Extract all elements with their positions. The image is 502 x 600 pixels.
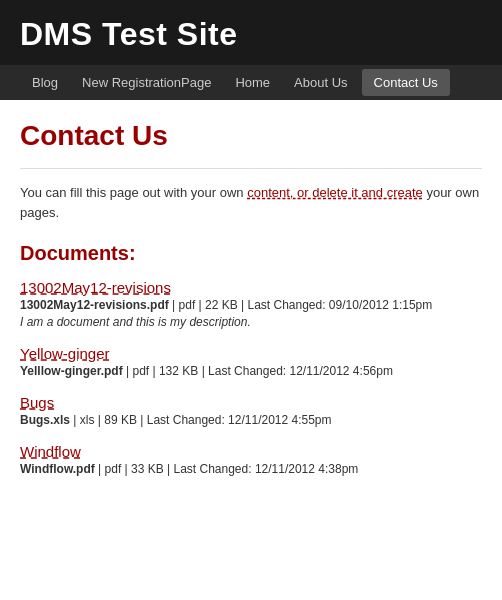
site-title: DMS Test Site [20, 16, 482, 53]
site-header: DMS Test Site [0, 0, 502, 65]
document-meta: Windflow.pdf | pdf | 33 KB | Last Change… [20, 462, 482, 476]
main-content: Contact Us You can fill this page out wi… [0, 100, 502, 522]
document-title[interactable]: 13002May12-revisions [20, 279, 171, 296]
document-title[interactable]: Windflow [20, 443, 81, 460]
nav-item-about[interactable]: About Us [282, 65, 359, 100]
nav-item-registration[interactable]: New RegistrationPage [70, 65, 223, 100]
nav-item-blog[interactable]: Blog [20, 65, 70, 100]
site-nav: Blog New RegistrationPage Home About Us … [0, 65, 502, 100]
intro-text: You can fill this page out with your own… [20, 183, 482, 222]
documents-list: 13002May12-revisions13002May12-revisions… [20, 279, 482, 476]
document-meta: Yelllow-ginger.pdf | pdf | 132 KB | Last… [20, 364, 482, 378]
intro-link[interactable]: content, or delete it and create [247, 185, 423, 200]
document-item: BugsBugs.xls | xls | 89 KB | Last Change… [20, 394, 482, 427]
document-item: Yellow-gingerYelllow-ginger.pdf | pdf | … [20, 345, 482, 378]
document-description: I am a document and this is my descripti… [20, 315, 482, 329]
document-title[interactable]: Bugs [20, 394, 54, 411]
documents-heading: Documents: [20, 242, 482, 265]
title-divider [20, 168, 482, 169]
document-title[interactable]: Yellow-ginger [20, 345, 110, 362]
document-meta: Bugs.xls | xls | 89 KB | Last Changed: 1… [20, 413, 482, 427]
page-title: Contact Us [20, 120, 482, 152]
nav-item-contact[interactable]: Contact Us [362, 69, 450, 96]
document-meta: 13002May12-revisions.pdf | pdf | 22 KB |… [20, 298, 482, 312]
nav-item-home[interactable]: Home [223, 65, 282, 100]
document-item: 13002May12-revisions13002May12-revisions… [20, 279, 482, 329]
document-item: WindflowWindflow.pdf | pdf | 33 KB | Las… [20, 443, 482, 476]
